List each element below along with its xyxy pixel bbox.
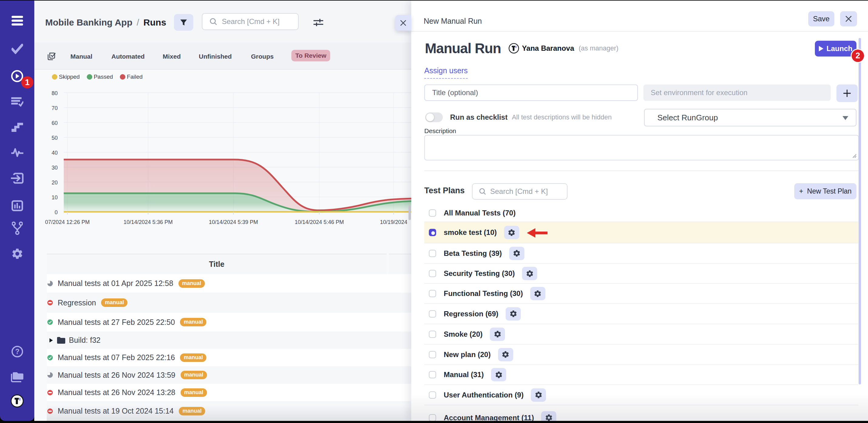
svg-text:10/19/2024: 10/19/2024 (380, 219, 407, 225)
svg-text:40: 40 (52, 150, 58, 156)
svg-text:10: 10 (52, 195, 58, 201)
svg-text:?: ? (15, 348, 19, 356)
svg-text:20: 20 (52, 179, 58, 186)
svg-text:10/14/2024 5:46 PM: 10/14/2024 5:46 PM (295, 219, 344, 225)
svg-text:60: 60 (52, 120, 58, 126)
svg-text:0: 0 (55, 209, 58, 216)
svg-text:50: 50 (52, 135, 58, 141)
svg-text:10/14/2024 5:36 PM: 10/14/2024 5:36 PM (124, 219, 173, 225)
svg-text:10/14/2024 5:39 PM: 10/14/2024 5:39 PM (209, 219, 258, 225)
svg-text:80: 80 (52, 90, 58, 96)
svg-text:70: 70 (52, 105, 58, 111)
svg-text:07/2024 12:26 PM: 07/2024 12:26 PM (45, 219, 90, 225)
svg-text:30: 30 (52, 165, 58, 171)
